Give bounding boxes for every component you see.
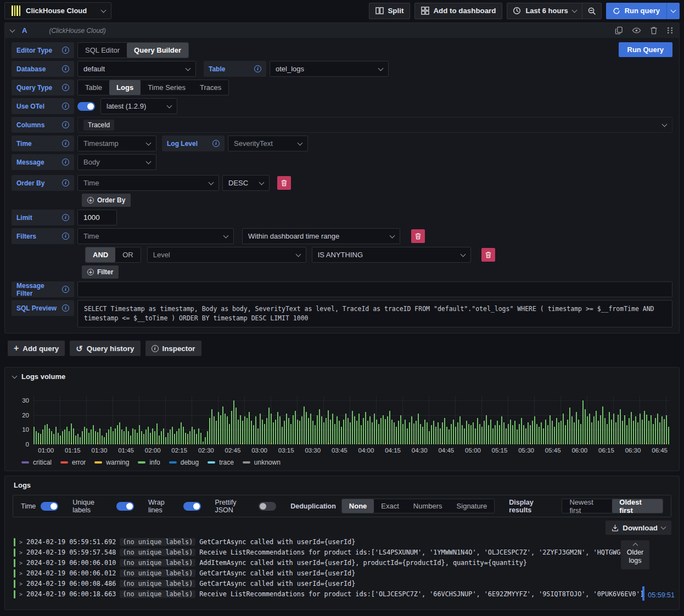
message-filter-input[interactable] [77,281,672,297]
order-by-direction-select[interactable]: DESC [222,175,270,191]
remove-filter-button[interactable] [411,229,425,243]
remove-order-by-button[interactable] [277,176,291,190]
columns-multiselect[interactable]: TraceId [77,117,672,133]
display-oldest-first[interactable]: Oldest first [612,499,663,513]
query-type-logs[interactable]: Logs [109,80,141,95]
bar [571,396,573,444]
limit-input[interactable] [77,210,117,225]
legend-item-unknown[interactable]: unknown [243,459,281,466]
otel-version-select[interactable]: latest (1.2.9) [100,98,177,114]
info-icon[interactable]: i [62,140,69,147]
older-logs-button[interactable]: Older logs [621,540,649,569]
log-row[interactable]: >2024-02-19 06:00:06.012(no unique label… [13,568,671,579]
filters-label: Filtersi [12,228,74,244]
filter-bool-and[interactable]: AND [86,247,115,262]
legend-item-info[interactable]: info [138,459,160,466]
dedup-exact[interactable]: Exact [374,499,406,513]
inspector-button[interactable]: i Inspector [145,341,201,356]
condition-operator-select[interactable]: IS ANYTHING [312,247,471,263]
message-column-select[interactable]: Body [77,154,156,170]
order-by-field-select[interactable]: Time [77,175,219,191]
editor-type-sql-editor[interactable]: SQL Editor [78,43,127,58]
column-chip[interactable]: TraceId [83,120,114,131]
hide-query-eye-icon[interactable] [632,26,641,35]
bar [475,396,476,444]
expand-log-icon[interactable]: > [19,569,23,578]
info-icon[interactable]: i [62,304,69,312]
delete-query-trash-icon[interactable] [650,26,658,35]
info-icon[interactable]: i [62,121,69,128]
duplicate-query-icon[interactable] [615,26,623,35]
toggle-switch[interactable] [259,502,276,511]
query-type-traces[interactable]: Traces [193,80,228,95]
legend-item-critical[interactable]: critical [21,459,52,466]
query-type-time-series[interactable]: Time Series [141,80,193,95]
time-column-select[interactable]: Timestamp [77,135,156,151]
info-icon[interactable]: i [62,179,69,187]
download-button[interactable]: Download [605,521,671,535]
info-icon[interactable]: i [212,140,220,147]
run-query-button[interactable]: Run query [606,3,666,19]
bar [310,396,311,444]
filter-bool-or[interactable]: OR [115,247,141,262]
datasource-picker[interactable]: ClickHouse Cloud [4,2,111,19]
use-otel-toggle[interactable] [77,102,95,111]
editor-type-query-builder[interactable]: Query Builder [127,43,188,58]
split-button[interactable]: Split [369,3,410,19]
info-icon[interactable]: i [62,233,69,240]
dedup-signature[interactable]: Signature [450,499,495,513]
log-level-select[interactable]: SeverityText [228,135,308,151]
logs-volume-header[interactable]: Logs volume [5,368,679,382]
bar [514,396,515,444]
bar [637,396,638,444]
info-icon[interactable]: i [254,65,261,72]
info-icon[interactable]: i [62,65,69,72]
expand-log-icon[interactable]: > [19,580,23,588]
expand-log-icon[interactable]: > [19,549,23,557]
add-filter-button[interactable]: + Filter [82,265,119,279]
collapse-panel-icon[interactable] [12,373,18,378]
dedup-none[interactable]: None [342,499,374,513]
drag-handle-icon[interactable] [666,27,674,34]
filter-field-select[interactable]: Time [77,228,234,244]
legend-item-warning[interactable]: warning [94,459,129,466]
run-query-options-button[interactable] [666,3,680,19]
toggle-switch[interactable] [183,502,201,511]
remove-condition-button[interactable] [481,248,495,262]
filter-operator-select[interactable]: Within dashboard time range [242,228,400,244]
legend-item-debug[interactable]: debug [169,459,199,466]
query-row-header[interactable]: A (ClickHouse Cloud) [5,23,679,38]
add-to-dashboard-button[interactable]: Add to dashboard [414,3,502,19]
legend-item-error[interactable]: error [60,459,86,466]
collapse-query-icon[interactable] [10,27,15,32]
log-row[interactable]: >2024-02-19 05:59:51.692(no unique label… [13,537,671,547]
display-newest-first[interactable]: Newest first [562,499,612,513]
info-icon[interactable]: i [62,214,69,221]
toggle-switch[interactable] [116,502,134,511]
info-icon[interactable]: i [62,84,69,91]
info-icon[interactable]: i [62,103,69,110]
legend-item-trace[interactable]: trace [208,459,234,466]
zoom-out-button[interactable] [582,3,601,19]
log-row[interactable]: >2024-02-19 05:59:57.548(no unique label… [13,547,671,558]
add-query-button[interactable]: + Add query [8,341,65,356]
editor-run-query-button[interactable]: Run Query [619,42,672,57]
query-type-table[interactable]: Table [78,80,109,95]
database-select[interactable]: default [77,61,196,77]
table-select[interactable]: otel_logs [270,61,389,77]
log-row[interactable]: >2024-02-19 06:00:18.663(no unique label… [13,589,671,600]
add-order-by-button[interactable]: + Order By [82,194,131,207]
log-row[interactable]: >2024-02-19 06:00:08.486(no unique label… [13,579,671,589]
time-range-picker[interactable]: Last 6 hours [507,3,581,19]
expand-log-icon[interactable]: > [19,590,23,598]
expand-log-icon[interactable]: > [19,559,23,567]
expand-log-icon[interactable]: > [19,538,23,546]
info-icon[interactable]: i [62,47,69,54]
condition-field-select[interactable]: Level [147,247,306,263]
toggle-switch[interactable] [41,502,58,511]
query-history-button[interactable]: ↺ Query history [70,341,140,356]
dedup-numbers[interactable]: Numbers [406,499,450,513]
info-icon[interactable]: i [62,159,69,166]
info-icon[interactable]: i [62,286,69,293]
log-row[interactable]: >2024-02-19 06:00:06.010(no unique label… [13,558,671,568]
